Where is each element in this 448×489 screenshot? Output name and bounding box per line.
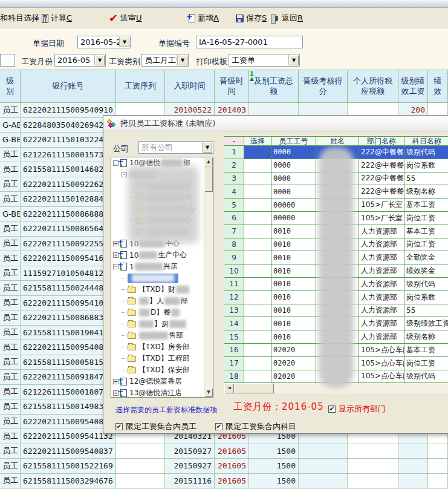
company-select[interactable]: 所有公司▼ [138,141,213,154]
table-row[interactable]: 90010人力资源部全勤奖金 [224,251,448,264]
column-header[interactable]: 工资序列 [116,70,165,103]
column-header[interactable]: 绩效 [428,70,448,103]
tree-line [122,301,126,301]
chevron-down-icon[interactable]: ▼ [177,55,187,65]
column-header[interactable]: 级别绩效工资 [398,70,428,103]
checkbox-checked-icon[interactable]: ✔ [215,423,222,430]
save-button[interactable]: 保存S [236,13,267,24]
submit-button[interactable]: ✔ 送审U [109,13,142,24]
tree-item[interactable]: 】厨 [111,318,213,330]
return-button[interactable]: 返回R [271,13,303,24]
tree-item[interactable] [111,226,213,238]
table-row[interactable]: 70010人力资源部基本工资 [224,225,448,238]
table-row[interactable]: 130010人力资源部55 [224,304,448,318]
scroll-down-icon[interactable]: ▼ [204,388,213,397]
show-all-depts-checkbox[interactable]: ✔ 显示所有部门 [328,404,386,415]
chevron-down-icon[interactable]: ▼ [119,37,129,47]
table-row[interactable]: 20000222@中餐餐厅部岗位系数 [224,159,448,172]
dialog-title-bar[interactable]: 拷贝员工工资标准 (未响应) [103,116,448,131]
tree-item[interactable]: -10@德悦部 [111,157,213,169]
column-header[interactable]: 科目名称 [404,136,448,146]
tree-item[interactable]: +10生产中心 [111,249,213,261]
table-row[interactable]: 30000222@中餐餐厅部55 [224,172,448,186]
column-header[interactable]: 晋级考核得分 [299,70,348,103]
tree-item[interactable]: -1兴店 [111,261,213,272]
column-header[interactable]: 晋级时间 [215,70,249,103]
scroll-left-icon[interactable]: ◄ [224,383,234,393]
censored-text [161,159,183,167]
tree-item[interactable]: +12@德悦菜香居 [111,376,213,387]
tree-item[interactable]: 】人部 [111,295,213,307]
chevron-down-icon[interactable]: ▼ [202,142,212,153]
table-row[interactable]: 1602020105>点心车间基本工资 [224,344,448,357]
table-row[interactable]: 110010人力资源部级别代码 [224,278,448,291]
calc-button-label[interactable]: 计算C [51,13,72,24]
new-button[interactable]: 新增A [189,13,219,24]
tree-item[interactable] [111,272,213,284]
tree-item[interactable]: - [111,169,213,180]
tree-item[interactable]: 【TXD】财 [111,284,213,295]
column-header[interactable]: 银行账号 [21,70,116,103]
column-header[interactable]: 员工工号 [271,136,316,146]
table-row[interactable]: 1702020105>点心车间岗位工资 [224,357,448,370]
column-header[interactable]: 入职时间 [165,70,215,103]
tree-item[interactable]: 【TXD】房务部 [111,341,213,353]
salary-month-select[interactable]: 2016-05▼ [54,54,106,67]
left-partial-input[interactable] [0,54,15,67]
table-row[interactable]: 500000105>厂长室基本工资 [224,199,448,212]
tree-item[interactable]: 【TXD】保安部 [111,364,213,376]
table-row[interactable]: 600000105>厂长室岗位工资 [224,212,448,225]
table-row[interactable]: 员工6222021115009540837201509272016051500 [0,444,448,459]
tree-item[interactable]: 心 [111,215,213,226]
tree-item[interactable]: +10中心 [111,238,213,249]
tree-item[interactable]: 心 [111,203,213,215]
column-header[interactable]: 选择 [244,136,271,146]
table-row[interactable]: 150010人力资源部级别名称 [224,330,448,344]
print-template-select[interactable]: 工资单▼ [229,54,300,67]
checkbox-checked-icon[interactable]: ✔ [115,423,123,430]
table-row[interactable]: 140010人力资源部级别绩效工资 [224,317,448,330]
limit-items-checkbox[interactable]: ✔ 限定工资集合内科目 [215,421,296,432]
scrollbar-thumb[interactable] [204,166,213,192]
tree-item[interactable]: 【TXD】工程部 [111,353,213,364]
doc-number-input[interactable]: IA-16-05-27-0001 [196,36,303,48]
tree-line [122,324,126,324]
table-row[interactable]: 10000222@中餐餐厅部级别代码 [224,146,448,159]
tree-item[interactable]: +13@德悦清江店 [111,387,213,398]
doc-date-select[interactable]: 2016-05-27▼ [77,36,131,48]
table-row[interactable]: 1802020105>点心车间级别代码 [224,370,448,384]
column-header[interactable]: 部门名称 [359,136,404,146]
selected-tree-item[interactable] [128,274,178,283]
tree-line [130,220,135,221]
table-cell [398,474,428,489]
column-header[interactable]: 个人所得税应税额 [348,70,398,103]
scroll-up-icon[interactable]: ▲ [204,157,213,166]
table-row[interactable]: 120010人力资源部岗位系数 [224,291,448,304]
tree-item[interactable]: 心 [111,192,213,203]
column-header[interactable]: 级别 [0,70,21,103]
column-header[interactable]: 及别工资总额1▲ [249,70,299,103]
scrollbar-thumb[interactable] [234,383,274,393]
table-row[interactable]: 员工6215581115003294676201511162016051500 [0,474,448,489]
chevron-down-icon[interactable]: ▼ [94,55,105,65]
table-row[interactable]: 100010人力资源部绩效奖金 [224,264,448,278]
limit-employees-checkbox[interactable]: ✔ 限定工资集合内员工 [115,421,196,432]
tree-item[interactable] [111,180,213,192]
grid-hscrollbar[interactable]: ◄ [224,383,448,393]
checkbox-checked-icon[interactable]: ✔ [328,405,336,413]
collapse-icon[interactable]: - [122,172,127,177]
column-header[interactable]: 姓名 [316,136,359,146]
column-header[interactable]: - [224,136,244,146]
tree-item[interactable]: 售部 [111,330,213,341]
table-cell: 13 [224,304,244,318]
table-row[interactable]: 80010人力资源部岗位工资 [224,238,448,252]
table-row[interactable]: 40000222@中餐餐厅部级别名称 [224,185,448,199]
chevron-down-icon[interactable]: ▼ [288,55,299,65]
table-row[interactable]: 员工6215581115001522169201509272016051500 [0,459,448,474]
company-node-icon [120,159,127,167]
tree-scrollbar[interactable]: ▲ ▼ [204,157,213,397]
censored-text [129,171,156,179]
tree-item[interactable]: D】餐 [111,307,213,318]
censored-text [164,297,180,305]
salary-type-select[interactable]: 员工月工资▼ [141,54,189,67]
